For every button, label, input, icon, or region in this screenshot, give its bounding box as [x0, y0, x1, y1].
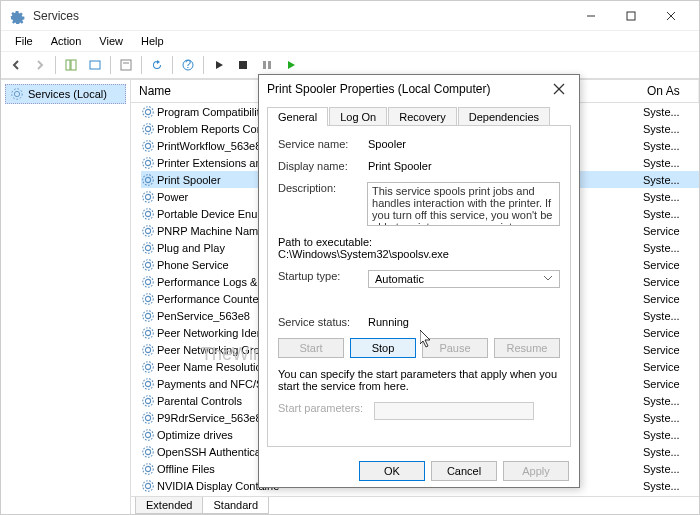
gear-icon [141, 326, 155, 340]
apply-button: Apply [503, 461, 569, 481]
gear-icon [141, 462, 155, 476]
service-logon-as: Syste... [643, 123, 699, 135]
dialog-tab-logon[interactable]: Log On [329, 107, 387, 126]
ok-button[interactable]: OK [359, 461, 425, 481]
value-startup-type: Automatic [375, 273, 424, 285]
value-description[interactable]: This service spools print jobs and handl… [367, 182, 560, 226]
pause-button: Pause [422, 338, 488, 358]
label-service-name: Service name: [278, 138, 368, 150]
tab-extended[interactable]: Extended [135, 497, 203, 514]
menu-help[interactable]: Help [133, 33, 172, 49]
svg-rect-1 [627, 12, 635, 20]
menu-file[interactable]: File [7, 33, 41, 49]
resume-button: Resume [494, 338, 560, 358]
service-logon-as: Syste... [643, 157, 699, 169]
svg-point-38 [145, 296, 150, 301]
show-hide-tree-button[interactable] [60, 54, 82, 76]
gear-icon [141, 479, 155, 493]
forward-button[interactable] [29, 54, 51, 76]
gear-icon [141, 139, 155, 153]
close-button[interactable] [651, 2, 691, 30]
svg-point-49 [143, 378, 154, 389]
svg-point-30 [145, 228, 150, 233]
label-display-name: Display name: [278, 160, 368, 172]
value-display-name: Print Spooler [368, 160, 560, 172]
value-path: C:\Windows\System32\spoolsv.exe [278, 248, 560, 260]
svg-point-43 [143, 327, 154, 338]
service-logon-as: Syste... [643, 412, 699, 424]
tree-panel: Services (Local) [1, 80, 131, 514]
svg-point-51 [143, 395, 154, 406]
dialog-titlebar: Print Spooler Properties (Local Computer… [259, 75, 579, 103]
label-startup-type: Startup type: [278, 270, 368, 282]
dialog-close-button[interactable] [547, 77, 571, 101]
service-logon-as: Service [643, 225, 699, 237]
svg-point-18 [145, 126, 150, 131]
svg-point-37 [143, 276, 154, 287]
window-title: Services [33, 9, 571, 23]
service-logon-as: Syste... [643, 480, 699, 492]
start-service-button[interactable] [208, 54, 230, 76]
properties-button[interactable] [115, 54, 137, 76]
svg-point-52 [145, 415, 150, 420]
menu-action[interactable]: Action [43, 33, 90, 49]
svg-point-29 [143, 208, 154, 219]
tree-root-label: Services (Local) [28, 88, 107, 100]
svg-point-34 [145, 262, 150, 267]
gear-icon [141, 258, 155, 272]
svg-point-17 [143, 106, 154, 117]
service-logon-as: Syste... [643, 310, 699, 322]
stop-service-button[interactable] [232, 54, 254, 76]
help-button[interactable]: ? [177, 54, 199, 76]
svg-point-39 [143, 293, 154, 304]
startup-type-combo[interactable]: Automatic [368, 270, 560, 288]
gear-icon [141, 275, 155, 289]
tree-services-local[interactable]: Services (Local) [5, 84, 126, 104]
gear-icon [141, 105, 155, 119]
svg-point-20 [145, 143, 150, 148]
cancel-button[interactable]: Cancel [431, 461, 497, 481]
svg-point-59 [143, 463, 154, 474]
gear-icon [141, 190, 155, 204]
column-logon-as[interactable]: On As [639, 80, 699, 102]
service-logon-as: Service [643, 259, 699, 271]
gear-icon [141, 309, 155, 323]
value-service-name: Spooler [368, 138, 406, 150]
tab-standard[interactable]: Standard [202, 497, 269, 514]
svg-rect-4 [66, 60, 70, 70]
refresh-button[interactable] [146, 54, 168, 76]
svg-point-23 [143, 157, 154, 168]
svg-point-50 [145, 398, 150, 403]
chevron-down-icon [543, 273, 553, 285]
back-button[interactable] [5, 54, 27, 76]
menu-view[interactable]: View [91, 33, 131, 49]
svg-point-22 [145, 160, 150, 165]
svg-point-42 [145, 330, 150, 335]
restart-service-button[interactable] [280, 54, 302, 76]
svg-point-47 [143, 361, 154, 372]
svg-point-27 [143, 191, 154, 202]
minimize-button[interactable] [571, 2, 611, 30]
svg-point-31 [143, 225, 154, 236]
service-logon-as: Service [643, 327, 699, 339]
service-logon-as: Syste... [643, 242, 699, 254]
gear-icon [141, 343, 155, 357]
maximize-button[interactable] [611, 2, 651, 30]
gear-icon [141, 173, 155, 187]
service-logon-as: Service [643, 361, 699, 373]
dialog-tab-recovery[interactable]: Recovery [388, 107, 456, 126]
svg-rect-12 [263, 61, 266, 69]
pause-service-button[interactable] [256, 54, 278, 76]
svg-point-16 [145, 109, 150, 114]
svg-point-36 [145, 279, 150, 284]
dialog-tab-dependencies[interactable]: Dependencies [458, 107, 550, 126]
svg-point-54 [145, 432, 150, 437]
svg-rect-13 [268, 61, 271, 69]
svg-point-44 [145, 347, 150, 352]
gear-icon [141, 445, 155, 459]
gear-icon [141, 292, 155, 306]
export-button[interactable] [84, 54, 106, 76]
stop-button[interactable]: Stop [350, 338, 416, 358]
dialog-tab-general[interactable]: General [267, 107, 328, 126]
svg-point-45 [143, 344, 154, 355]
